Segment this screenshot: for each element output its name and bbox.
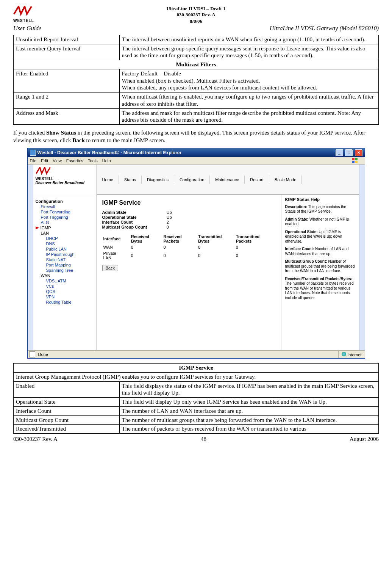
t1r4r: The address and mask for each multicast … (119, 108, 378, 125)
content-area: IGMP Service Admin StateUp Operational S… (97, 195, 281, 350)
westell-mark-icon (13, 6, 32, 17)
nav-home[interactable]: Home (97, 176, 119, 184)
kv3v: 0 (167, 225, 169, 229)
nav-configuration[interactable]: Configuration (174, 176, 210, 184)
r02: 0 (163, 245, 197, 250)
kv2k: Interface Count (102, 220, 167, 224)
t2r2r: The number of LAN and WAN interfaces tha… (119, 406, 378, 415)
sidebar-dns[interactable]: DNS (46, 241, 94, 246)
t1r1l: Last member Query Interval (14, 44, 120, 60)
sidebar-publiclan[interactable]: Public LAN (46, 247, 94, 251)
t2title: IGMP Service (14, 364, 379, 373)
h5v: The number of packets or bytes received … (285, 281, 354, 300)
stats-table: Interface Received Bytes Received Packet… (102, 233, 276, 261)
sidebar-firewall[interactable]: Firewall (41, 204, 94, 209)
h4k: Multicast Group Count: (285, 259, 327, 263)
footer-right: August 2006 (350, 436, 379, 442)
params-table: Unsolicited Report IntervalThe interval … (13, 35, 379, 125)
r11: 0 (131, 251, 162, 260)
sidebar: WESTELL Discover Better Broadband (33, 165, 97, 195)
t2intro: Internet Group Management Protocol (IGMP… (14, 372, 379, 381)
sidebar-staticnat[interactable]: Static NAT (46, 257, 94, 262)
scrollbar-left[interactable] (28, 165, 33, 350)
paragraph: If you clicked Show Status in the preced… (13, 129, 379, 144)
t2r0r: This field displays the status of the IG… (119, 381, 378, 398)
sidebar-dhcp[interactable]: DHCP (46, 236, 94, 241)
menu-file[interactable]: File (30, 158, 37, 163)
c4: Transmitted Packets (236, 234, 275, 244)
r03: 0 (198, 245, 235, 250)
xp-flag-icon (352, 158, 358, 163)
h0k: Description: (285, 205, 307, 209)
sidebar-vdslatm[interactable]: VDSL ATM (46, 279, 94, 283)
page-footer: 030-300237 Rev. A 48 August 2006 (13, 436, 379, 442)
t2r1l: Operational State (14, 398, 120, 407)
ie-done-icon (29, 351, 35, 357)
table-row: Private LAN 0 0 0 0 (103, 251, 275, 260)
t1r4l: Address and Mask (14, 108, 120, 125)
sidebar-brand: WESTELL Discover Better Broadband (36, 167, 94, 193)
p1a: If you clicked (13, 130, 46, 136)
menu-view[interactable]: View (53, 158, 62, 163)
sidebar-ippass[interactable]: IP Passthrough (46, 252, 94, 257)
svg-rect-3 (355, 161, 358, 163)
nav-maintenance[interactable]: Maintenance (210, 176, 245, 184)
r00: WAN (103, 245, 130, 250)
menu-help[interactable]: Help (102, 158, 111, 163)
sidebar-porttriggering[interactable]: Port Triggering (41, 215, 94, 219)
menu-favorites[interactable]: Favorites (66, 158, 83, 163)
h1k: Admin State: (285, 217, 309, 221)
sidebar-portmap[interactable]: Port Mapping (46, 263, 94, 267)
sidebar-lan[interactable]: LAN (41, 231, 94, 235)
svg-rect-2 (352, 161, 355, 163)
sidebar-nav: Configuration Firewall Port Forwarding P… (33, 195, 97, 350)
sidebar-vcs[interactable]: VCs (46, 284, 94, 288)
nav-basic-mode[interactable]: Basic Mode (269, 176, 302, 184)
header-right: UltraLine II VDSL Gateway (Model 826010) (270, 25, 379, 32)
minimize-button[interactable]: _ (336, 149, 343, 156)
kv0k: Admin State (102, 210, 167, 215)
titlebar[interactable]: Westell - Discover Better Broadband© - M… (28, 148, 365, 157)
scrollbar-right[interactable] (359, 165, 365, 350)
c2: Received Packets (163, 234, 197, 244)
back-button[interactable]: Back (102, 265, 118, 271)
t2r3l: Multicast Group Count (14, 415, 120, 425)
sidebar-qos[interactable]: QOS (46, 289, 94, 294)
help-title: IGMP Status Help (285, 197, 355, 202)
r01: 0 (131, 245, 162, 250)
nav-diagnostics[interactable]: Diagnostics (142, 176, 174, 184)
sidebar-alg[interactable]: ALG (41, 220, 94, 225)
t2r1r: This field will display Up only when IGM… (119, 398, 378, 407)
window-title: Westell - Discover Better Broadband© - M… (37, 150, 335, 155)
sidebar-igmp-active[interactable]: IGMP (36, 226, 94, 230)
sidebar-logo-icon (36, 167, 51, 176)
maximize-button[interactable]: □ (345, 149, 353, 156)
t1r1r: The interval between group-specific quer… (119, 44, 378, 60)
menu-edit[interactable]: Edit (41, 158, 48, 163)
header-left: User Guide (13, 25, 41, 32)
topnav: Home Status Diagnostics Configuration Ma… (97, 165, 359, 195)
igmp-table: IGMP Service Internet Group Management P… (13, 363, 379, 434)
sidebar-routing[interactable]: Routing Table (46, 300, 94, 304)
status-net-text: Internet (347, 353, 361, 357)
sidebar-vpn[interactable]: VPN (46, 295, 94, 299)
sidebar-tagline: Discover Better Broadband (36, 181, 94, 185)
nav-restart[interactable]: Restart (245, 176, 269, 184)
menubar: File Edit View Favorites Tools Help (28, 157, 365, 165)
sidebar-spanning[interactable]: Spanning Tree (46, 268, 94, 273)
menu-tools[interactable]: Tools (88, 158, 98, 163)
kv1k: Operational State (102, 215, 167, 219)
nav-status[interactable]: Status (119, 176, 142, 184)
p1e: to return to the main IGMP screen. (85, 137, 166, 143)
p1b: Show Status (46, 130, 76, 136)
close-button[interactable]: ✕ (355, 149, 362, 156)
t2r4r: The number of packets or bytes received … (119, 425, 378, 434)
brand-name: WESTELL (13, 19, 59, 23)
c3: Transmitted Bytes (198, 234, 235, 244)
doc-title-2: 030-300237 Rev. A (59, 12, 333, 18)
t1r3r: When multicast filtering is enabled, you… (119, 92, 378, 109)
sidebar-wan[interactable]: WAN (41, 273, 94, 278)
sidebar-portforwarding[interactable]: Port Forwarding (41, 210, 94, 214)
internet-zone-icon (342, 352, 346, 356)
kv0v: Up (167, 210, 172, 215)
